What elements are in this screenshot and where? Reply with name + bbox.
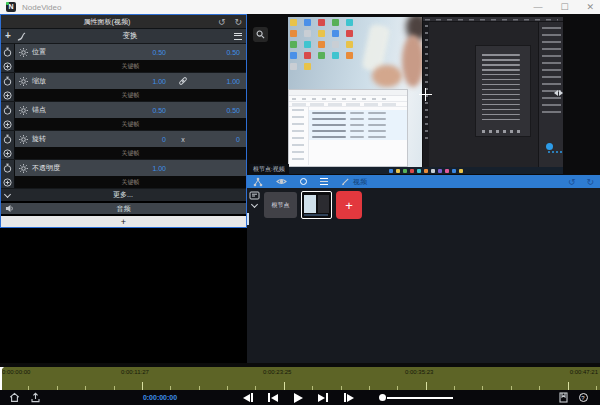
param-value-degrees[interactable]: 0 <box>200 136 242 143</box>
link-icon[interactable] <box>178 76 188 86</box>
track-header[interactable] <box>249 191 260 207</box>
list-icon[interactable] <box>320 178 328 185</box>
playhead[interactable] <box>0 367 2 390</box>
timeline-redo-icon[interactable]: ↻ <box>586 176 594 188</box>
param-value-x[interactable]: 0.50 <box>122 49 166 56</box>
gear-icon[interactable] <box>19 135 28 144</box>
resize-handles[interactable] <box>554 90 563 96</box>
keyframe-label: 关键帧 <box>122 149 140 158</box>
root-node-chip[interactable]: 根节点 <box>264 192 297 218</box>
keyframe-label: 关键帧 <box>122 120 140 129</box>
help-button[interactable]: ? <box>575 390 591 405</box>
more-row[interactable]: 更多... <box>1 188 246 201</box>
timeline-toolbar: 视频 ↺ ↻ <box>247 175 600 188</box>
gear-icon[interactable] <box>19 48 28 57</box>
stopwatch-icon[interactable] <box>3 163 12 173</box>
step-back-button[interactable] <box>240 390 256 405</box>
keyframe-label: 关键帧 <box>122 91 140 100</box>
stopwatch-icon[interactable] <box>3 47 12 57</box>
gear-icon[interactable] <box>19 106 28 115</box>
minimize-button[interactable]: — <box>533 0 542 14</box>
home-icon <box>9 392 20 403</box>
menu-icon[interactable] <box>234 33 242 40</box>
video-frame[interactable] <box>288 17 563 174</box>
timeline-undo-icon[interactable]: ↺ <box>568 176 576 188</box>
keyframe-row[interactable]: 关键帧 <box>1 89 246 101</box>
stopwatch-icon[interactable] <box>3 76 12 86</box>
keyframe-row[interactable]: 关键帧 <box>1 147 246 159</box>
param-value-y[interactable]: 0.50 <box>200 49 242 56</box>
param-value-turns[interactable]: 0 <box>122 136 166 143</box>
undo-icon[interactable]: ↺ <box>218 16 226 28</box>
bookmark-button[interactable] <box>555 390 571 405</box>
gear-icon[interactable] <box>19 164 28 173</box>
timeline-tab-label: 根节点:视频 <box>253 165 285 174</box>
redo-icon[interactable]: ↻ <box>234 16 242 28</box>
timeline-tab-root-video[interactable]: 根节点:视频 <box>249 164 289 175</box>
param-row-opacity[interactable]: 不透明度 1.00 <box>1 159 246 176</box>
audio-section-header[interactable]: 音频 <box>1 201 246 214</box>
properties-panel: 属性面板(视频) ↺ ↻ + 变换 位置 <box>0 14 247 228</box>
ruler-label: 0:00:11:27 <box>121 369 149 375</box>
add-keyframe-icon[interactable] <box>3 62 12 71</box>
transport-bar: 0:00:00:00 ? <box>0 390 600 405</box>
gear-icon[interactable] <box>19 77 28 86</box>
monitor-icon <box>249 191 260 200</box>
properties-panel-header: 属性面板(视频) ↺ ↻ <box>1 15 246 28</box>
preview-viewport[interactable]: 根节点:视频 <box>247 14 600 175</box>
param-value[interactable]: 1.00 <box>122 165 166 172</box>
desktop-icons <box>290 19 354 93</box>
question-icon: ? <box>579 393 588 402</box>
dark-editor-window <box>422 17 563 167</box>
param-value-x[interactable]: 1.00 <box>122 78 166 85</box>
param-value-x[interactable]: 0.50 <box>122 107 166 114</box>
home-button[interactable] <box>6 390 22 405</box>
step-forward-button[interactable] <box>341 390 357 405</box>
add-keyframe-icon[interactable] <box>3 149 12 158</box>
move-icon: + <box>5 30 11 42</box>
param-row-anchor[interactable]: 锚点 0.50 0.50 <box>1 101 246 118</box>
export-button[interactable] <box>27 390 43 405</box>
add-keyframe-icon[interactable] <box>3 120 12 129</box>
keyframe-row[interactable]: 关键帧 <box>1 118 246 130</box>
add-keyframe-icon[interactable] <box>3 91 12 100</box>
plus-icon: + <box>121 217 126 227</box>
param-value-y[interactable]: 0.50 <box>200 107 242 114</box>
scroll-indicator[interactable] <box>247 213 249 225</box>
timeline-ruler[interactable]: 0:00:00:00 0:00:11:27 0:00:23:25 0:00:35… <box>0 367 600 390</box>
anchor-crosshair[interactable] <box>419 88 432 101</box>
param-row-scale[interactable]: 缩放 1.00 1.00 <box>1 72 246 89</box>
maximize-button[interactable]: ☐ <box>560 0 568 14</box>
keyframe-row[interactable]: 关键帧 <box>1 60 246 72</box>
audio-section-title: 音频 <box>15 204 232 214</box>
video-clip-thumbnail[interactable] <box>301 191 332 219</box>
eye-icon[interactable] <box>276 177 287 186</box>
param-row-position[interactable]: 位置 0.50 0.50 <box>1 43 246 60</box>
param-value-y[interactable]: 1.00 <box>200 78 242 85</box>
keyframe-row[interactable]: 关键帧 <box>1 176 246 188</box>
speed-slider-track[interactable] <box>387 397 453 399</box>
param-label: 锚点 <box>32 105 122 115</box>
add-clip-button[interactable]: + <box>336 191 362 219</box>
param-row-rotation[interactable]: 旋转 0 x 0 <box>1 130 246 147</box>
add-property-button[interactable]: + <box>1 214 246 227</box>
node-graph-icon[interactable] <box>253 177 263 187</box>
zoom-preview-button[interactable] <box>253 27 268 42</box>
app-logo-icon: N <box>6 2 16 12</box>
circle-icon[interactable] <box>300 178 307 185</box>
stopwatch-icon[interactable] <box>3 134 12 144</box>
close-button[interactable]: ✕ <box>586 0 594 14</box>
transform-section-header[interactable]: + 变换 <box>1 28 246 43</box>
timeline-tracks[interactable]: 根节点 + <box>247 188 600 363</box>
magnifier-icon <box>256 30 265 39</box>
jump-to-end-button[interactable] <box>315 390 331 405</box>
play-button[interactable] <box>290 390 306 405</box>
speed-slider-knob[interactable] <box>379 394 386 401</box>
pencil-icon[interactable] <box>341 177 350 186</box>
jump-to-start-button[interactable] <box>265 390 281 405</box>
file-explorer-window <box>288 89 408 167</box>
add-keyframe-icon[interactable] <box>3 178 12 187</box>
param-label: 缩放 <box>32 76 122 86</box>
stopwatch-icon[interactable] <box>3 105 12 115</box>
bookmark-icon <box>559 392 568 403</box>
